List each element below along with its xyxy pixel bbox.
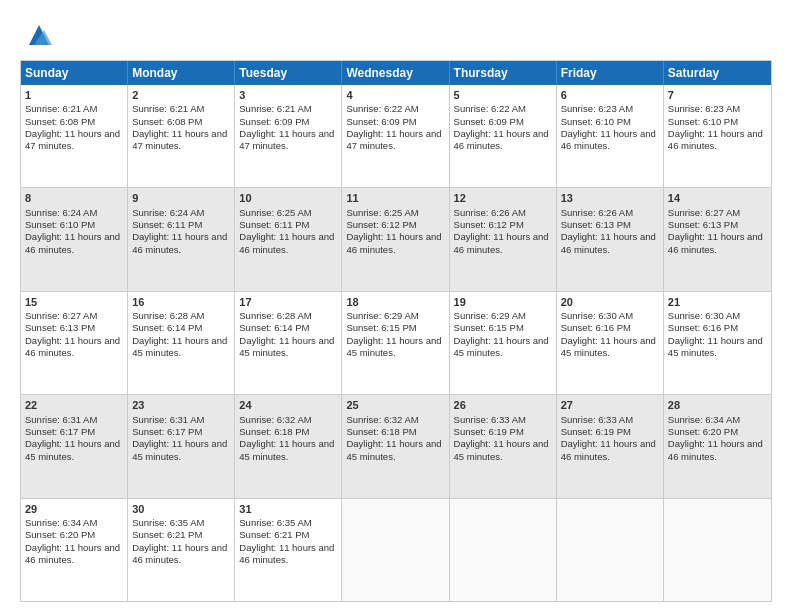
calendar-cell: 30Sunrise: 6:35 AMSunset: 6:21 PMDayligh… bbox=[128, 499, 235, 601]
sunrise-line: Sunrise: 6:24 AM bbox=[25, 207, 97, 218]
daylight-line: Daylight: 11 hours and 45 minutes. bbox=[25, 438, 120, 461]
day-number: 24 bbox=[239, 398, 337, 412]
sunrise-line: Sunrise: 6:32 AM bbox=[346, 414, 418, 425]
calendar-cell: 19Sunrise: 6:29 AMSunset: 6:15 PMDayligh… bbox=[450, 292, 557, 394]
calendar-cell: 3Sunrise: 6:21 AMSunset: 6:09 PMDaylight… bbox=[235, 85, 342, 187]
daylight-line: Daylight: 11 hours and 46 minutes. bbox=[132, 542, 227, 565]
sunset-line: Sunset: 6:12 PM bbox=[346, 219, 416, 230]
sunset-line: Sunset: 6:18 PM bbox=[346, 426, 416, 437]
day-number: 25 bbox=[346, 398, 444, 412]
day-number: 21 bbox=[668, 295, 767, 309]
daylight-line: Daylight: 11 hours and 46 minutes. bbox=[25, 231, 120, 254]
day-number: 28 bbox=[668, 398, 767, 412]
calendar-cell bbox=[664, 499, 771, 601]
calendar-cell: 4Sunrise: 6:22 AMSunset: 6:09 PMDaylight… bbox=[342, 85, 449, 187]
calendar-cell: 15Sunrise: 6:27 AMSunset: 6:13 PMDayligh… bbox=[21, 292, 128, 394]
day-number: 31 bbox=[239, 502, 337, 516]
day-number: 23 bbox=[132, 398, 230, 412]
header bbox=[20, 20, 772, 50]
calendar-cell bbox=[450, 499, 557, 601]
day-number: 5 bbox=[454, 88, 552, 102]
daylight-line: Daylight: 11 hours and 46 minutes. bbox=[668, 438, 763, 461]
calendar-week-row: 22Sunrise: 6:31 AMSunset: 6:17 PMDayligh… bbox=[21, 395, 771, 498]
sunrise-line: Sunrise: 6:27 AM bbox=[25, 310, 97, 321]
daylight-line: Daylight: 11 hours and 45 minutes. bbox=[454, 438, 549, 461]
sunset-line: Sunset: 6:16 PM bbox=[561, 322, 631, 333]
sunrise-line: Sunrise: 6:31 AM bbox=[25, 414, 97, 425]
daylight-line: Daylight: 11 hours and 46 minutes. bbox=[239, 231, 334, 254]
daylight-line: Daylight: 11 hours and 46 minutes. bbox=[132, 231, 227, 254]
calendar-body: 1Sunrise: 6:21 AMSunset: 6:08 PMDaylight… bbox=[21, 85, 771, 601]
day-number: 26 bbox=[454, 398, 552, 412]
daylight-line: Daylight: 11 hours and 46 minutes. bbox=[454, 231, 549, 254]
sunrise-line: Sunrise: 6:25 AM bbox=[239, 207, 311, 218]
sunrise-line: Sunrise: 6:30 AM bbox=[561, 310, 633, 321]
daylight-line: Daylight: 11 hours and 46 minutes. bbox=[454, 128, 549, 151]
sunset-line: Sunset: 6:16 PM bbox=[668, 322, 738, 333]
day-number: 15 bbox=[25, 295, 123, 309]
sunset-line: Sunset: 6:10 PM bbox=[561, 116, 631, 127]
sunrise-line: Sunrise: 6:31 AM bbox=[132, 414, 204, 425]
day-number: 1 bbox=[25, 88, 123, 102]
calendar-header: SundayMondayTuesdayWednesdayThursdayFrid… bbox=[21, 61, 771, 85]
cal-header-day: Wednesday bbox=[342, 61, 449, 85]
day-number: 30 bbox=[132, 502, 230, 516]
sunset-line: Sunset: 6:13 PM bbox=[561, 219, 631, 230]
sunrise-line: Sunrise: 6:28 AM bbox=[239, 310, 311, 321]
calendar-cell: 13Sunrise: 6:26 AMSunset: 6:13 PMDayligh… bbox=[557, 188, 664, 290]
cal-header-day: Saturday bbox=[664, 61, 771, 85]
logo-icon bbox=[24, 20, 54, 50]
calendar-cell: 27Sunrise: 6:33 AMSunset: 6:19 PMDayligh… bbox=[557, 395, 664, 497]
calendar-cell: 17Sunrise: 6:28 AMSunset: 6:14 PMDayligh… bbox=[235, 292, 342, 394]
daylight-line: Daylight: 11 hours and 47 minutes. bbox=[25, 128, 120, 151]
day-number: 22 bbox=[25, 398, 123, 412]
daylight-line: Daylight: 11 hours and 46 minutes. bbox=[561, 128, 656, 151]
sunrise-line: Sunrise: 6:26 AM bbox=[454, 207, 526, 218]
day-number: 4 bbox=[346, 88, 444, 102]
sunrise-line: Sunrise: 6:34 AM bbox=[668, 414, 740, 425]
sunset-line: Sunset: 6:15 PM bbox=[454, 322, 524, 333]
daylight-line: Daylight: 11 hours and 45 minutes. bbox=[132, 438, 227, 461]
day-number: 10 bbox=[239, 191, 337, 205]
sunset-line: Sunset: 6:17 PM bbox=[132, 426, 202, 437]
cal-header-day: Tuesday bbox=[235, 61, 342, 85]
calendar-cell: 14Sunrise: 6:27 AMSunset: 6:13 PMDayligh… bbox=[664, 188, 771, 290]
logo bbox=[20, 20, 54, 50]
sunrise-line: Sunrise: 6:28 AM bbox=[132, 310, 204, 321]
calendar-cell bbox=[342, 499, 449, 601]
calendar-cell: 24Sunrise: 6:32 AMSunset: 6:18 PMDayligh… bbox=[235, 395, 342, 497]
cal-header-day: Monday bbox=[128, 61, 235, 85]
sunrise-line: Sunrise: 6:23 AM bbox=[561, 103, 633, 114]
daylight-line: Daylight: 11 hours and 46 minutes. bbox=[239, 542, 334, 565]
day-number: 9 bbox=[132, 191, 230, 205]
cal-header-day: Friday bbox=[557, 61, 664, 85]
calendar-cell bbox=[557, 499, 664, 601]
calendar-cell: 26Sunrise: 6:33 AMSunset: 6:19 PMDayligh… bbox=[450, 395, 557, 497]
day-number: 29 bbox=[25, 502, 123, 516]
daylight-line: Daylight: 11 hours and 47 minutes. bbox=[132, 128, 227, 151]
sunset-line: Sunset: 6:14 PM bbox=[239, 322, 309, 333]
daylight-line: Daylight: 11 hours and 46 minutes. bbox=[668, 231, 763, 254]
daylight-line: Daylight: 11 hours and 46 minutes. bbox=[668, 128, 763, 151]
sunrise-line: Sunrise: 6:29 AM bbox=[346, 310, 418, 321]
calendar-cell: 16Sunrise: 6:28 AMSunset: 6:14 PMDayligh… bbox=[128, 292, 235, 394]
sunset-line: Sunset: 6:08 PM bbox=[25, 116, 95, 127]
sunset-line: Sunset: 6:13 PM bbox=[668, 219, 738, 230]
day-number: 18 bbox=[346, 295, 444, 309]
day-number: 11 bbox=[346, 191, 444, 205]
sunset-line: Sunset: 6:12 PM bbox=[454, 219, 524, 230]
cal-header-day: Sunday bbox=[21, 61, 128, 85]
sunrise-line: Sunrise: 6:27 AM bbox=[668, 207, 740, 218]
calendar-cell: 11Sunrise: 6:25 AMSunset: 6:12 PMDayligh… bbox=[342, 188, 449, 290]
calendar-cell: 2Sunrise: 6:21 AMSunset: 6:08 PMDaylight… bbox=[128, 85, 235, 187]
calendar-cell: 10Sunrise: 6:25 AMSunset: 6:11 PMDayligh… bbox=[235, 188, 342, 290]
sunrise-line: Sunrise: 6:26 AM bbox=[561, 207, 633, 218]
sunset-line: Sunset: 6:20 PM bbox=[668, 426, 738, 437]
calendar-cell: 6Sunrise: 6:23 AMSunset: 6:10 PMDaylight… bbox=[557, 85, 664, 187]
calendar-week-row: 8Sunrise: 6:24 AMSunset: 6:10 PMDaylight… bbox=[21, 188, 771, 291]
calendar-cell: 8Sunrise: 6:24 AMSunset: 6:10 PMDaylight… bbox=[21, 188, 128, 290]
calendar-cell: 25Sunrise: 6:32 AMSunset: 6:18 PMDayligh… bbox=[342, 395, 449, 497]
sunrise-line: Sunrise: 6:33 AM bbox=[561, 414, 633, 425]
daylight-line: Daylight: 11 hours and 45 minutes. bbox=[346, 335, 441, 358]
daylight-line: Daylight: 11 hours and 45 minutes. bbox=[561, 335, 656, 358]
